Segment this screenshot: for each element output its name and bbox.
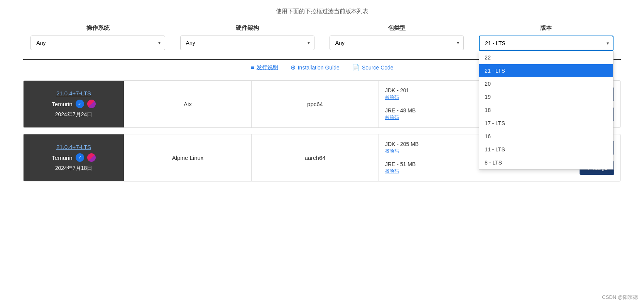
version-option-21lts[interactable]: 21 - LTS [479,64,613,77]
row-pkg-2: aarch64 [251,134,379,181]
filter-group-version: 版本 21 - LTS ▾ 22 21 - LTS 20 19 18 17 - … [472,24,621,51]
version-option-8lts[interactable]: 8 - LTS [479,156,613,169]
download-info-jdk-1: JDK - 201 校验码 [385,87,409,101]
page-subtitle: 使用下面的下拉框过滤当前版本列表 [23,8,621,15]
version-option-16[interactable]: 16 [479,130,613,143]
release-notes-link[interactable]: ≡ 发行说明 [250,64,278,71]
filter-label-arch: 硬件架构 [236,24,259,32]
version-option-20[interactable]: 20 [479,77,613,90]
version-option-22[interactable]: 22 [479,51,613,64]
row-info-2: 21.0.4+7-LTS Temurin ✓ 2024年7月18日 [24,134,124,181]
version-link-2[interactable]: 21.0.4+7-LTS [56,144,91,150]
brand-row-1: Temurin ✓ [52,100,95,108]
row-info-1: 21.0.4+7-LTS Temurin ✓ 2024年7月24日 [24,81,124,127]
source-code-label: Source Code [362,64,394,71]
filter-label-pkg: 包类型 [388,24,406,32]
checksum-link-jdk-2[interactable]: 校验码 [385,148,419,154]
filter-pkg-wrapper: Any JDK JRE ▾ [330,36,464,50]
filter-group-pkg: 包类型 Any JDK JRE ▾ [322,24,472,50]
download-type-jdk-2: JDK - 205 MB [385,141,419,147]
filter-label-os: 操作系统 [86,24,110,32]
version-link-1[interactable]: 21.0.4+7-LTS [56,90,91,97]
version-option-17lts[interactable]: 17 - LTS [479,117,613,130]
filter-os-select[interactable]: Any Linux Windows macOS AIX Alpine Linux [30,36,165,50]
brand-badge-1 [87,100,96,108]
source-code-icon: 📄 [352,64,360,71]
download-info-jre-2: JRE - 51 MB 校验码 [385,161,416,175]
filter-group-arch: 硬件架构 Any x64 aarch64 ppc64 s390x ▾ [172,24,322,50]
installation-guide-label: Installation Guide [298,64,340,71]
checksum-link-jre-1[interactable]: 校验码 [385,114,416,121]
checksum-link-jre-2[interactable]: 校验码 [385,168,416,175]
source-code-link[interactable]: 📄 Source Code [352,64,394,71]
filter-arch-wrapper: Any x64 aarch64 ppc64 s390x ▾ [180,36,315,50]
download-type-jre-1: JRE - 48 MB [385,107,416,114]
download-info-jre-1: JRE - 48 MB 校验码 [385,107,416,121]
release-notes-label: 发行说明 [257,64,278,71]
filter-os-wrapper: Any Linux Windows macOS AIX Alpine Linux… [30,36,165,50]
version-option-19[interactable]: 19 [479,90,613,103]
verified-badge-1: ✓ [76,100,84,108]
brand-name-1: Temurin [52,101,72,107]
brand-row-2: Temurin ✓ [52,153,95,162]
download-info-jdk-2: JDK - 205 MB 校验码 [385,141,419,154]
download-type-jdk-1: JDK - 201 [385,87,409,93]
filter-arch-select[interactable]: Any x64 aarch64 ppc64 s390x [180,36,315,50]
download-type-jre-2: JRE - 51 MB [385,161,416,167]
verified-badge-2: ✓ [76,153,84,162]
version-option-18[interactable]: 18 [479,103,613,117]
checksum-link-jdk-1[interactable]: 校验码 [385,94,409,101]
row-arch-2: Alpine Linux [124,134,251,181]
row-arch-1: Aix [124,81,251,127]
version-option-11lts[interactable]: 11 - LTS [479,143,613,156]
filter-section: 操作系统 Any Linux Windows macOS AIX Alpine … [23,24,621,51]
filter-pkg-select[interactable]: Any JDK JRE [330,36,464,50]
date-2: 2024年7月18日 [55,165,93,172]
filter-version-select[interactable]: 21 - LTS [479,36,614,51]
filter-version-wrapper: 21 - LTS ▾ 22 21 - LTS 20 19 18 17 - LTS… [479,36,614,51]
brand-name-2: Temurin [52,154,72,161]
brand-badge-2 [87,153,96,162]
row-pkg-1: ppc64 [251,81,379,127]
date-1: 2024年7月24日 [55,111,93,118]
installation-guide-icon: ⊕ [291,64,296,71]
installation-guide-link[interactable]: ⊕ Installation Guide [291,64,340,71]
filter-label-version: 版本 [540,24,552,32]
filter-group-os: 操作系统 Any Linux Windows macOS AIX Alpine … [23,24,172,50]
release-notes-icon: ≡ [250,64,254,71]
version-dropdown: 22 21 - LTS 20 19 18 17 - LTS 16 11 - LT… [479,51,614,170]
